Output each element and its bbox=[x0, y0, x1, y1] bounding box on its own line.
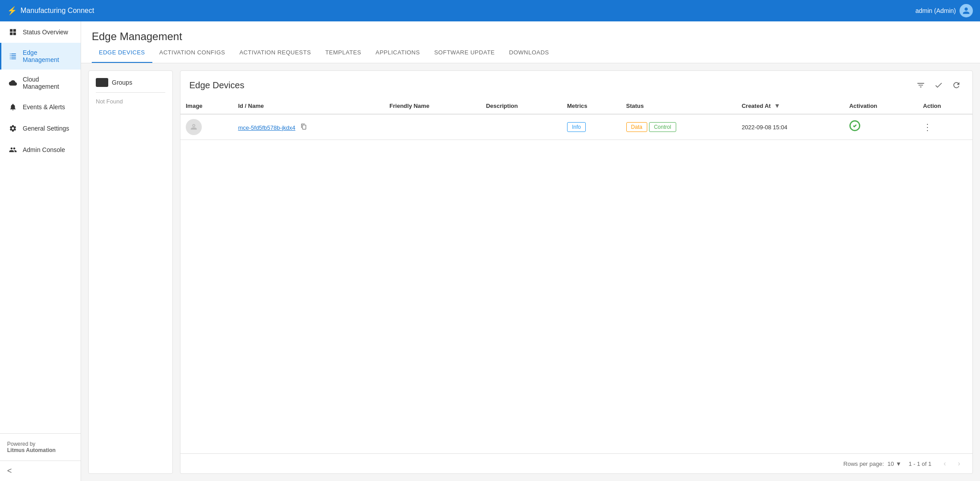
col-image: Image bbox=[180, 98, 233, 114]
sidebar-item-general-settings[interactable]: General Settings bbox=[0, 118, 81, 139]
content-body: Groups Not Found Edge Devices bbox=[81, 63, 980, 481]
device-id-cell: mce-5fd5fb578b-jkdx4 bbox=[233, 114, 384, 140]
tab-activation-configs[interactable]: ACTIVATION CONFIGS bbox=[152, 43, 233, 63]
select-all-button[interactable] bbox=[931, 78, 946, 92]
app-logo-area: ⚡ Manufacturing Connect bbox=[7, 6, 94, 16]
device-created-at-cell: 2022-09-08 15:04 bbox=[736, 114, 844, 140]
col-description: Description bbox=[481, 98, 562, 114]
sidebar-label-events-alerts: Events & Alerts bbox=[23, 103, 65, 111]
rows-per-page-select[interactable]: 10 ▼ bbox=[887, 460, 901, 467]
page-header: Edge Management bbox=[81, 21, 980, 43]
groups-title: Groups bbox=[112, 79, 132, 86]
device-image bbox=[186, 119, 202, 135]
sidebar-footer: Powered by Litmus Automation bbox=[0, 433, 81, 460]
tab-templates[interactable]: TEMPLATES bbox=[318, 43, 368, 63]
app-logo-icon: ⚡ bbox=[7, 6, 17, 16]
edge-devices-table: Image Id / Name Friendly Name Descriptio… bbox=[180, 98, 972, 140]
status-container: Data Control bbox=[626, 122, 731, 132]
col-activation: Activation bbox=[844, 98, 918, 114]
cloud-icon bbox=[8, 78, 17, 87]
sidebar-label-admin-console: Admin Console bbox=[23, 146, 65, 153]
device-created-at: 2022-09-08 15:04 bbox=[742, 124, 788, 131]
table-row: mce-5fd5fb578b-jkdx4 Info bbox=[180, 114, 972, 140]
sidebar-label-cloud-management: Cloud Management bbox=[23, 76, 74, 90]
more-actions-button[interactable]: ⋮ bbox=[923, 122, 932, 132]
sidebar-item-cloud-management[interactable]: Cloud Management bbox=[0, 70, 81, 96]
edge-devices-panel: Edge Devices bbox=[180, 70, 973, 474]
table-header-row: Image Id / Name Friendly Name Descriptio… bbox=[180, 98, 972, 114]
col-friendly-name: Friendly Name bbox=[384, 98, 481, 114]
activation-check-icon bbox=[849, 123, 861, 134]
tab-downloads[interactable]: DOWNLOADS bbox=[502, 43, 556, 63]
metrics-info-badge[interactable]: Info bbox=[567, 122, 586, 132]
sidebar-label-edge-management: Edge Management bbox=[23, 49, 74, 63]
sidebar-label-status-overview: Status Overview bbox=[23, 29, 68, 36]
person-group-icon bbox=[8, 145, 17, 154]
gear-icon bbox=[8, 124, 17, 133]
col-metrics: Metrics bbox=[562, 98, 621, 114]
col-action: Action bbox=[918, 98, 972, 114]
top-nav-right: admin (Admin) bbox=[915, 4, 973, 17]
pagination-rows: Rows per page: 10 ▼ bbox=[843, 460, 901, 467]
groups-header: Groups bbox=[96, 78, 165, 87]
page-title: Edge Management bbox=[92, 30, 969, 43]
edge-devices-header: Edge Devices bbox=[180, 71, 972, 98]
refresh-button[interactable] bbox=[949, 78, 964, 92]
table-container: Image Id / Name Friendly Name Descriptio… bbox=[180, 98, 972, 453]
page-info: 1 - 1 of 1 bbox=[909, 460, 931, 467]
sidebar-item-status-overview[interactable]: Status Overview bbox=[0, 21, 81, 43]
edge-devices-title: Edge Devices bbox=[189, 80, 244, 90]
prev-page-button[interactable]: ‹ bbox=[939, 457, 951, 470]
sort-down-icon: ▼ bbox=[774, 102, 780, 109]
col-id-name: Id / Name bbox=[233, 98, 384, 114]
list-icon bbox=[8, 52, 17, 61]
sidebar-item-events-alerts[interactable]: Events & Alerts bbox=[0, 96, 81, 118]
header-actions bbox=[914, 78, 964, 92]
sidebar-item-edge-management[interactable]: Edge Management bbox=[0, 43, 81, 70]
groups-divider bbox=[96, 92, 165, 93]
device-metrics-cell: Info bbox=[562, 114, 621, 140]
litmus-brand: Litmus Automation bbox=[7, 447, 74, 453]
rows-per-page-value: 10 bbox=[887, 460, 894, 467]
sidebar-collapse-button[interactable]: < bbox=[0, 460, 81, 481]
device-action-cell: ⋮ bbox=[918, 114, 972, 140]
top-nav: ⚡ Manufacturing Connect admin (Admin) bbox=[0, 0, 980, 21]
rows-per-page-label: Rows per page: bbox=[843, 460, 884, 467]
tab-software-update[interactable]: SOFTWARE UPDATE bbox=[427, 43, 502, 63]
filter-button[interactable] bbox=[914, 78, 928, 92]
pagination-bar: Rows per page: 10 ▼ 1 - 1 of 1 ‹ › bbox=[180, 453, 972, 473]
next-page-button[interactable]: › bbox=[953, 457, 965, 470]
status-control-badge: Control bbox=[649, 122, 676, 132]
groups-not-found: Not Found bbox=[96, 98, 165, 105]
device-activation-cell bbox=[844, 114, 918, 140]
groups-panel: Groups Not Found bbox=[88, 70, 173, 474]
device-image-cell bbox=[180, 114, 233, 140]
sidebar: Status Overview Edge Management Cloud Ma… bbox=[0, 21, 81, 481]
tabs-bar: EDGE DEVICES ACTIVATION CONFIGS ACTIVATI… bbox=[81, 43, 980, 63]
tab-edge-devices[interactable]: EDGE DEVICES bbox=[92, 43, 152, 63]
user-avatar[interactable] bbox=[960, 4, 973, 17]
col-status: Status bbox=[621, 98, 736, 114]
sidebar-nav: Status Overview Edge Management Cloud Ma… bbox=[0, 21, 81, 433]
content-area: Edge Management EDGE DEVICES ACTIVATION … bbox=[81, 21, 980, 481]
main-layout: Status Overview Edge Management Cloud Ma… bbox=[0, 21, 980, 481]
device-friendly-name-cell bbox=[384, 114, 481, 140]
device-status-cell: Data Control bbox=[621, 114, 736, 140]
tab-activation-requests[interactable]: ACTIVATION REQUESTS bbox=[232, 43, 318, 63]
copy-icon[interactable] bbox=[301, 124, 307, 131]
sidebar-item-admin-console[interactable]: Admin Console bbox=[0, 139, 81, 160]
grid-icon bbox=[8, 28, 17, 37]
sidebar-label-general-settings: General Settings bbox=[23, 125, 69, 132]
rows-dropdown-icon: ▼ bbox=[896, 460, 902, 467]
device-id-link[interactable]: mce-5fd5fb578b-jkdx4 bbox=[238, 124, 295, 131]
groups-icon bbox=[96, 78, 108, 87]
user-name: admin (Admin) bbox=[915, 7, 956, 14]
pagination-nav: ‹ › bbox=[939, 457, 965, 470]
col-created-at[interactable]: Created At ▼ bbox=[736, 98, 844, 114]
status-data-badge: Data bbox=[626, 122, 647, 132]
powered-by-text: Powered by bbox=[7, 441, 74, 447]
bell-icon bbox=[8, 103, 17, 111]
app-name: Manufacturing Connect bbox=[20, 7, 94, 15]
device-description-cell bbox=[481, 114, 562, 140]
tab-applications[interactable]: APPLICATIONS bbox=[368, 43, 427, 63]
